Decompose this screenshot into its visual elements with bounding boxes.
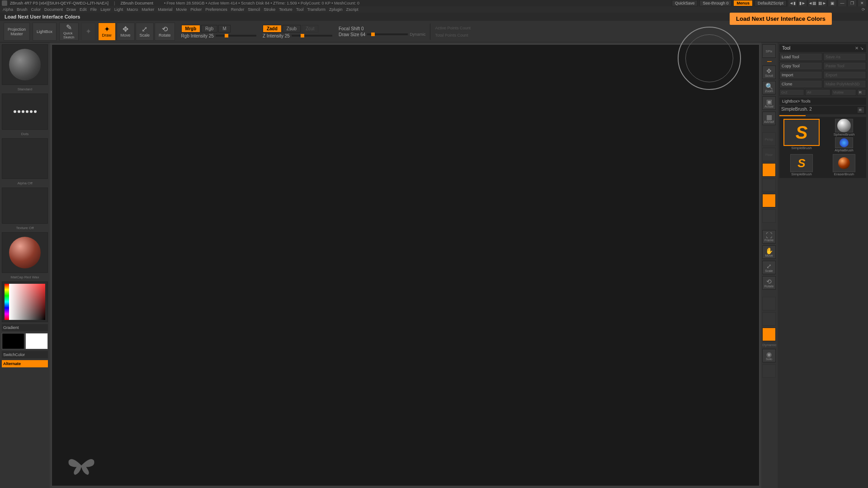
r2-button[interactable]: R	[857, 107, 864, 113]
tool-item-spherebrush[interactable]: SphereBrush AlphaBrush	[824, 119, 864, 152]
m-button[interactable]: M	[218, 25, 230, 33]
primary-color-swatch[interactable]	[25, 333, 48, 349]
tool-item-simplebrush[interactable]: S SimpleBrush	[781, 119, 822, 152]
next-ui-icon[interactable]: ▮►	[798, 0, 807, 6]
rotate-view-button[interactable]: ⟲Rotate	[762, 276, 776, 290]
alternate-button[interactable]: Alternate	[2, 360, 48, 367]
rgb-button[interactable]: Rgb	[201, 25, 217, 33]
prev-ui-icon[interactable]: ◄▮	[788, 0, 797, 6]
zoom-button[interactable]: 🔍Zoom	[762, 81, 776, 94]
rotate-mode-button[interactable]: ⟲Rotate	[155, 23, 175, 41]
menus-button[interactable]: Menus	[733, 0, 753, 6]
scale-mode-button[interactable]: ⤢Scale	[136, 23, 154, 41]
stroke-selector[interactable]	[2, 94, 48, 130]
menu-light[interactable]: Light	[114, 7, 123, 12]
secondary-color-swatch[interactable]	[2, 333, 24, 349]
menu-texture[interactable]: Texture	[279, 7, 292, 12]
menu-macro[interactable]: Macro	[127, 7, 138, 12]
move-view-button[interactable]: ✋Move	[762, 245, 776, 259]
menu-brush[interactable]: Brush	[17, 7, 28, 12]
refresh-icon[interactable]: ⟳	[862, 7, 865, 12]
alpha-selector[interactable]	[2, 138, 48, 179]
visible-button[interactable]: Visible	[831, 89, 856, 96]
menu-zscript[interactable]: Zscript	[346, 7, 359, 12]
save-config-icon[interactable]: ▣	[828, 0, 836, 6]
close-icon[interactable]: ✕	[858, 0, 866, 6]
edit-button[interactable]: ✦	[81, 23, 95, 41]
quicksave-button[interactable]: QuickSave	[672, 0, 698, 6]
menu-material[interactable]: Material	[158, 7, 172, 12]
menu-picker[interactable]: Picker	[190, 7, 202, 12]
floor-button[interactable]: Floor	[762, 148, 776, 161]
scale-view-button[interactable]: ⤢Scale	[762, 261, 776, 274]
menu-draw[interactable]: Draw	[66, 7, 76, 12]
xpose2-button[interactable]	[762, 364, 776, 378]
tool-item-simplebrush2[interactable]: S SimpleBrush	[781, 154, 822, 176]
solo-button[interactable]	[762, 328, 776, 341]
save-as-button[interactable]: Save As	[823, 53, 866, 61]
restore-icon[interactable]: ❐	[848, 0, 856, 6]
zsub-button[interactable]: Zsub	[283, 25, 301, 33]
menu-render[interactable]: Render	[231, 7, 245, 12]
z-intensity-slider[interactable]	[292, 35, 332, 37]
gradient-button[interactable]: Gradient	[2, 324, 48, 331]
ghost-button[interactable]	[762, 209, 776, 223]
brush-selector[interactable]	[2, 44, 48, 85]
projection-master-button[interactable]: Projection Master	[4, 23, 30, 41]
zcut-button[interactable]: Zcut	[302, 25, 318, 33]
material-selector[interactable]	[2, 232, 48, 273]
menu-transform[interactable]: Transform	[307, 7, 326, 12]
next-color-icon[interactable]: ▦►	[818, 0, 826, 6]
lsym-button[interactable]	[762, 178, 776, 192]
polyf-button[interactable]	[762, 297, 776, 310]
scroll-button[interactable]: ✥Scroll	[762, 66, 776, 79]
menu-file[interactable]: File	[90, 7, 97, 12]
all-button[interactable]: All	[805, 89, 830, 96]
menu-layer[interactable]: Layer	[100, 7, 111, 12]
move-mode-button[interactable]: ✥Move	[117, 23, 135, 41]
menu-alpha[interactable]: Alpha	[3, 7, 13, 12]
panel-close-icon[interactable]: ✕ ↘	[855, 46, 863, 51]
frame-button[interactable]: ⛶Frame	[762, 230, 776, 244]
canvas[interactable]	[52, 44, 760, 486]
prev-color-icon[interactable]: ◄▦	[808, 0, 816, 6]
persp-button[interactable]: Persp	[762, 132, 776, 146]
texture-selector[interactable]	[2, 188, 48, 224]
minimize-icon[interactable]: —	[838, 0, 846, 6]
mrgb-button[interactable]: Mrgb	[181, 25, 200, 33]
tool-panel-header[interactable]: Tool ✕ ↘	[779, 44, 866, 52]
actual-button[interactable]: ▣Actual	[762, 96, 776, 110]
clone-button[interactable]: Clone	[779, 80, 822, 88]
export-button[interactable]: Export	[823, 71, 866, 79]
menu-stroke[interactable]: Stroke	[264, 7, 275, 12]
aahalf-button[interactable]: ▦AAHalf	[762, 112, 776, 125]
r-button[interactable]: R	[857, 89, 866, 96]
draw-mode-button[interactable]: ✦Draw	[98, 23, 116, 41]
dynamic-label[interactable]: Dynamic	[410, 32, 425, 37]
menu-preferences[interactable]: Preferences	[205, 7, 227, 12]
switchcolor-button[interactable]: SwitchColor	[2, 351, 48, 358]
menu-movie[interactable]: Movie	[176, 7, 187, 12]
menu-tool[interactable]: Tool	[296, 7, 304, 12]
transp-button[interactable]	[762, 312, 776, 326]
lightbox-button[interactable]: LightBox	[33, 23, 57, 41]
rgb-intensity-slider[interactable]	[216, 35, 256, 37]
menu-document[interactable]: Document	[44, 7, 63, 12]
load-tool-button[interactable]: Load Tool	[779, 53, 822, 61]
solo-toggle-button[interactable]: ◉Solo	[762, 349, 776, 362]
lightbox-tools-header[interactable]: Lightbox> Tools	[779, 98, 866, 105]
import-button[interactable]: Import	[779, 71, 822, 79]
seethrough-slider[interactable]: See-through 0	[699, 0, 731, 6]
tool-item-eraserbrush[interactable]: EraserBrush	[824, 154, 864, 176]
spix-button[interactable]: SPix	[762, 44, 776, 58]
make-polymesh-button[interactable]: Make PolyMesh3D	[823, 80, 866, 88]
draw-size-slider[interactable]	[367, 33, 408, 35]
paste-tool-button[interactable]: Paste Tool	[823, 62, 866, 70]
grz-button[interactable]: GrZ	[779, 89, 804, 96]
menu-color[interactable]: Color	[31, 7, 41, 12]
xpose-button[interactable]	[762, 194, 776, 207]
quick-sketch-button[interactable]: ✎Quick Sketch	[59, 23, 78, 41]
menu-zplugin[interactable]: Zplugin	[329, 7, 343, 12]
copy-tool-button[interactable]: Copy Tool	[779, 62, 822, 70]
menu-marker[interactable]: Marker	[142, 7, 154, 12]
